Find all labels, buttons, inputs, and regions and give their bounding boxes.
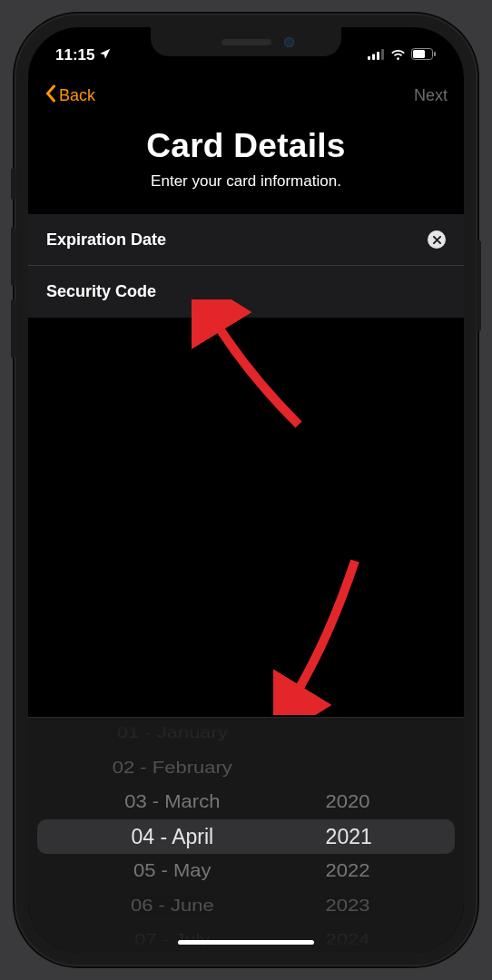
location-icon: [99, 46, 112, 64]
annotation-arrow-top: [192, 299, 310, 436]
svg-rect-0: [368, 56, 370, 60]
card-form: Expiration Date Security Code: [28, 214, 464, 318]
picker-item[interactable]: 01 - January: [28, 720, 299, 746]
picker-item[interactable]: 04 - April: [28, 819, 299, 854]
picker-item[interactable]: 2023: [299, 891, 464, 919]
picker-item[interactable]: 03 - March: [28, 787, 299, 818]
picker-item[interactable]: 02 - February: [28, 753, 299, 781]
picker-item[interactable]: 2024: [299, 927, 464, 953]
back-label: Back: [59, 86, 95, 105]
notch: [151, 27, 341, 56]
next-label: Next: [414, 86, 448, 104]
page-subtitle: Enter your card information.: [46, 172, 446, 191]
battery-icon: [411, 46, 437, 64]
page-header: Card Details Enter your card information…: [28, 120, 464, 214]
volume-down-button: [11, 299, 15, 358]
phone-frame: 11:15: [15, 14, 477, 966]
date-picker[interactable]: 01 - January02 - February03 - March04 - …: [28, 717, 464, 953]
chevron-left-icon: [44, 84, 56, 107]
expiration-date-label: Expiration Date: [46, 230, 166, 250]
year-picker-column[interactable]: 20202021202220232024: [299, 718, 464, 953]
month-picker-column[interactable]: 01 - January02 - February03 - March04 - …: [28, 718, 299, 953]
home-indicator[interactable]: [178, 940, 314, 945]
content-spacer: [28, 318, 464, 717]
svg-rect-3: [381, 49, 384, 60]
status-time: 11:15: [55, 46, 94, 64]
speaker: [221, 39, 271, 45]
page-title: Card Details: [46, 127, 446, 165]
picker-item[interactable]: 2020: [299, 787, 464, 818]
svg-rect-6: [434, 52, 436, 56]
picker-item[interactable]: 2022: [299, 856, 464, 887]
picker-item[interactable]: 05 - May: [28, 856, 299, 887]
back-button[interactable]: Back: [44, 84, 95, 107]
power-button: [477, 240, 481, 331]
silent-switch: [11, 168, 15, 200]
svg-rect-1: [372, 54, 375, 61]
picker-item[interactable]: 06 - June: [28, 891, 299, 919]
security-code-row[interactable]: Security Code: [28, 266, 464, 318]
wifi-icon: [390, 46, 406, 64]
cellular-icon: [368, 46, 385, 64]
expiration-date-row[interactable]: Expiration Date: [28, 214, 464, 266]
svg-rect-2: [377, 52, 379, 60]
close-icon: [433, 233, 441, 247]
picker-item[interactable]: 2021: [299, 819, 464, 854]
clear-button[interactable]: [428, 230, 446, 249]
next-button[interactable]: Next: [414, 86, 448, 105]
volume-up-button: [11, 227, 15, 286]
security-code-label: Security Code: [46, 282, 156, 301]
screen: 11:15: [28, 27, 464, 953]
nav-bar: Back Next: [28, 71, 464, 120]
annotation-arrow-bottom: [273, 552, 373, 715]
svg-rect-5: [413, 50, 425, 58]
front-camera: [284, 37, 294, 47]
